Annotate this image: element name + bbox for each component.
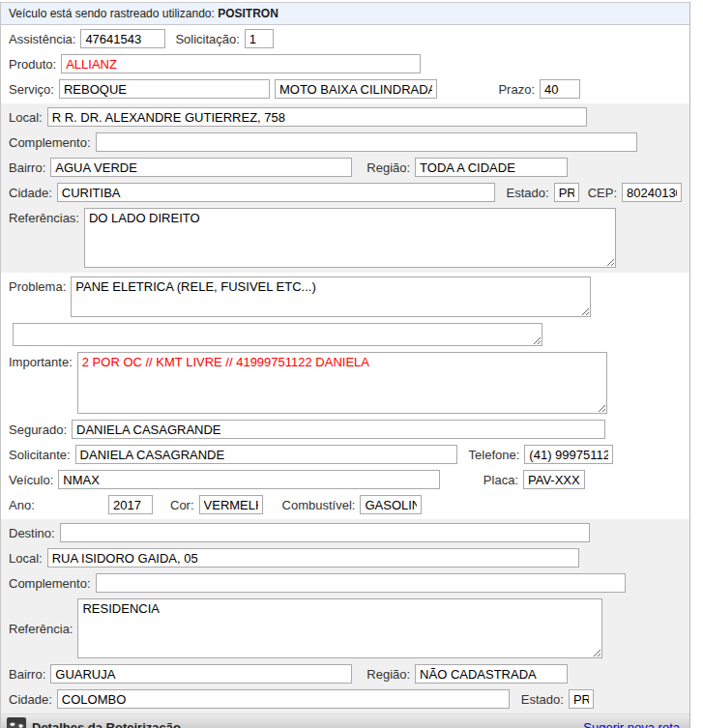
complemento-destino-input[interactable] (96, 573, 626, 593)
row-problema: Problema: PANE ELETRICA (RELE, FUSIVEL E… (1, 274, 689, 320)
ano-input[interactable] (108, 495, 153, 514)
prazo-input[interactable] (540, 79, 580, 99)
row-complemento-origem: Complemento: (1, 130, 689, 155)
estado-destino-input[interactable] (569, 689, 594, 709)
problema-textarea[interactable]: PANE ELETRICA (RELE, FUSIVEL ETC...) (71, 277, 591, 317)
regiao-destino-label: Região: (366, 667, 410, 682)
row-cidade-origem: Cidade: Estado: CEP: (1, 180, 689, 205)
solicitacao-input[interactable] (245, 29, 274, 48)
combustivel-input[interactable] (360, 495, 422, 514)
local-destino-input[interactable] (47, 548, 579, 568)
local-destino-label: Local: (9, 551, 43, 566)
complemento-origem-label: Complemento: (9, 135, 91, 150)
destino-input[interactable] (60, 523, 590, 542)
row-veiculo: Veículo: Placa: (1, 467, 689, 492)
cep-origem-input[interactable] (622, 183, 682, 202)
row-referencia-destino: Referência: RESIDENCIA (1, 596, 689, 661)
estado-destino-label: Estado: (521, 692, 564, 707)
referencias-origem-label: Referências: (9, 208, 79, 225)
bairro-destino-label: Bairro: (9, 667, 45, 682)
section-problem-vehicle: Problema: PANE ELETRICA (RELE, FUSIVEL E… (1, 273, 689, 519)
tracking-provider: POSITRON (218, 7, 278, 20)
referencia-destino-textarea[interactable]: RESIDENCIA (77, 598, 602, 658)
veiculo-label: Veículo: (9, 473, 53, 487)
routing-details-bar: Detalhes da Roteirização Sugerir nova ro… (1, 713, 689, 728)
regiao-destino-input[interactable] (415, 664, 568, 684)
problema-label: Problema: (9, 277, 66, 294)
importante-label: Importante: (9, 352, 73, 369)
section-origin-address: Local: Complemento: Bairro: Região: Cida… (1, 103, 689, 273)
row-produto: Produto: (1, 51, 689, 76)
regiao-origem-label: Região: (366, 160, 410, 175)
cidade-origem-input[interactable] (57, 183, 495, 202)
complemento-destino-label: Complemento: (9, 576, 91, 591)
row-ano-cor-combustivel: Ano: Cor: Combustível: (1, 492, 689, 517)
row-servico: Serviço: Prazo: (1, 76, 689, 102)
referencias-origem-textarea[interactable]: DO LADO DIREITO (84, 208, 616, 268)
assistencia-input[interactable] (80, 29, 165, 48)
row-observacao (1, 320, 689, 349)
cor-label: Cor: (170, 498, 194, 512)
world-map-icon (7, 717, 26, 728)
suggest-new-route-link[interactable]: Sugerir nova rota (583, 720, 680, 728)
observacao-textarea[interactable] (13, 323, 542, 346)
produto-input[interactable] (61, 54, 421, 73)
row-referencias-origem: Referências: DO LADO DIREITO (1, 205, 689, 271)
tracking-banner: Veículo está sendo rastreado utilizando:… (1, 2, 689, 25)
combustivel-label: Combustível: (282, 498, 356, 512)
regiao-origem-input[interactable] (415, 158, 568, 177)
tracking-banner-text: Veículo está sendo rastreado utilizando: (9, 7, 215, 20)
row-importante: Importante: 2 POR OC // KMT LIVRE // 419… (1, 349, 689, 417)
bairro-origem-label: Bairro: (9, 160, 45, 175)
assistance-form: Veículo está sendo rastreado utilizando:… (0, 2, 690, 728)
produto-label: Produto: (9, 57, 56, 72)
assistencia-label: Assistência: (9, 32, 75, 46)
row-destino: Destino: (1, 520, 689, 545)
local-origem-input[interactable] (47, 107, 587, 127)
importante-textarea[interactable]: 2 POR OC // KMT LIVRE // 41999751122 DAN… (77, 352, 607, 414)
referencia-destino-label: Referência: (9, 622, 73, 636)
telefone-input[interactable] (524, 445, 613, 464)
placa-label: Placa: (483, 473, 518, 487)
destino-label: Destino: (9, 526, 55, 540)
row-local-origem: Local: (1, 104, 689, 130)
solicitante-label: Solicitante: (9, 448, 71, 462)
placa-input[interactable] (523, 470, 585, 489)
servico-label: Serviço: (9, 82, 54, 97)
cor-input[interactable] (199, 495, 263, 514)
row-segurado: Segurado: (1, 417, 689, 442)
solicitante-input[interactable] (75, 445, 457, 464)
veiculo-input[interactable] (58, 470, 440, 489)
routing-details-title: Detalhes da Roteirização (32, 720, 181, 728)
solicitacao-label: Solicitação: (175, 32, 239, 46)
cidade-destino-label: Cidade: (9, 692, 52, 707)
ano-label: Ano: (9, 498, 103, 512)
servico-input[interactable] (59, 79, 270, 99)
bairro-origem-input[interactable] (50, 158, 352, 177)
segurado-input[interactable] (72, 420, 605, 439)
row-bairro-destino: Bairro: Região: (1, 661, 689, 686)
row-local-destino: Local: (1, 545, 689, 570)
cidade-origem-label: Cidade: (9, 186, 52, 200)
prazo-label: Prazo: (498, 82, 535, 97)
segurado-label: Segurado: (9, 422, 67, 437)
complemento-origem-input[interactable] (96, 132, 637, 152)
row-bairro-origem: Bairro: Região: (1, 155, 689, 180)
section-destination-address: Destino: Local: Complemento: Referência:… (1, 519, 689, 713)
row-solicitante: Solicitante: Telefone: (1, 442, 689, 467)
section-assistance: Assistência: Solicitação: Produto: Servi… (1, 25, 689, 103)
cidade-destino-input[interactable] (57, 689, 510, 709)
local-origem-label: Local: (9, 110, 43, 125)
telefone-label: Telefone: (469, 448, 520, 462)
cep-origem-label: CEP: (588, 186, 617, 200)
estado-origem-label: Estado: (507, 186, 549, 200)
row-complemento-destino: Complemento: (1, 570, 689, 596)
row-cidade-destino: Cidade: Estado: (1, 686, 689, 712)
servico-tipo-input[interactable] (275, 79, 437, 99)
bairro-destino-input[interactable] (50, 664, 352, 684)
row-assistencia: Assistência: Solicitação: (1, 26, 689, 51)
estado-origem-input[interactable] (554, 183, 579, 202)
